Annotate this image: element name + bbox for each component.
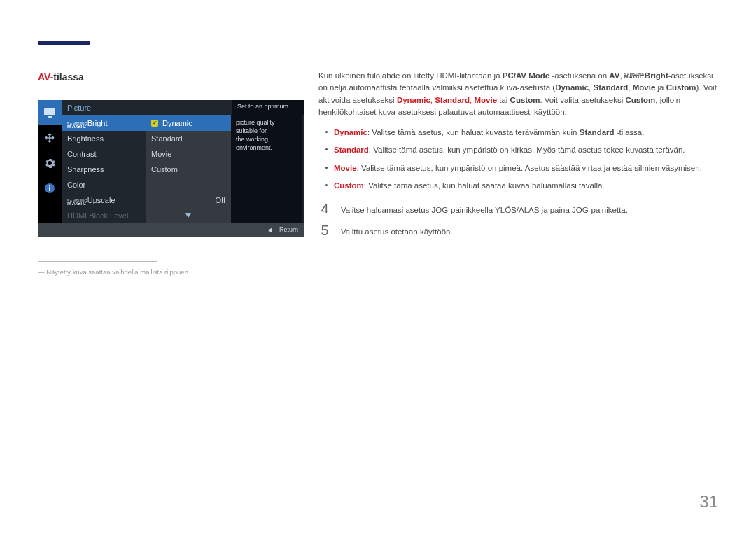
osd-header: Picture Set to an optimum [62,100,304,115]
svg-marker-4 [186,213,191,218]
monitor-icon [38,100,62,125]
bright-suffix: Bright [88,118,108,129]
osd-mockup: i Picture Set to an optimum SAMSUNGMAGIC… [38,100,304,237]
submenu-custom: Custom [146,162,231,177]
footnote-text: Näytetty kuva saattaa vaihdella mallista… [46,268,190,276]
osd-footer: Return [38,223,304,237]
desc-l3: suitable for [236,127,298,135]
osd-title: Picture [62,100,232,115]
footnote: ― Näytetty kuva saattaa vaihdella mallis… [38,267,304,277]
page-number: 31 [699,489,718,514]
step-4-text: Valitse haluamasi asetus JOG-painikkeell… [341,202,628,216]
submenu-blank2: Off [146,192,231,208]
submenu-blank3 [146,208,231,223]
right-column: Kun ulkoinen tulolähde on liitetty HDMI-… [318,70,718,246]
svg-marker-5 [268,227,272,233]
magic-tiny: MAGIC [67,125,87,129]
check-icon: ✓ [151,120,158,127]
bullet-movie: Movie: Valitse tämä asetus, kun ympärist… [318,160,718,177]
steps: 4 Valitse haluamasi asetus JOG-painikkee… [318,202,718,239]
osd-right-wrap: Picture Set to an optimum SAMSUNGMAGICBr… [62,100,304,223]
submenu-standard: Standard [146,131,231,146]
menu-magic-upscale: SAMSUNGMAGICUpscale [62,192,146,208]
footnote-rule [38,261,157,262]
submenu-movie: Movie [146,146,231,162]
osd-icon-column: i [38,100,62,223]
osd-submenu: ✓Dynamic Standard Movie Custom Off [146,115,231,223]
section-heading: AV-tilassa [38,70,304,85]
intro-paragraph: Kun ulkoinen tulolähde on liitetty HDMI-… [318,70,718,118]
menu-color: Color [62,177,146,192]
step-4: 4 Valitse haluamasi asetus JOG-painikkee… [318,202,718,216]
left-column: AV-tilassa i Picture Se [38,70,304,277]
desc-l5: environment. [236,143,298,152]
desc-l4: the working [236,135,298,143]
svg-text:i: i [49,185,51,192]
svg-rect-0 [44,108,55,115]
info-icon: i [38,176,62,201]
bullet-dynamic: Dynamic: Valitse tämä asetus, kun haluat… [318,124,718,141]
upscale-suffix: Upscale [88,195,115,206]
heading-red: AV [38,71,50,83]
menu-magic-bright: SAMSUNGMAGICBright [62,115,146,131]
osd-desc-top: Set to an optimum [232,100,304,115]
step-5-number: 5 [318,223,331,238]
menu-sharpness: Sharpness [62,162,146,177]
bullet-list: Dynamic: Valitse tämä asetus, kun haluat… [318,124,718,195]
bullet-standard: Standard: Valitse tämä asetus, kun ympär… [318,141,718,159]
step-5-text: Valittu asetus otetaan käyttöön. [341,223,453,238]
bullet-custom: Custom: Valitse tämä asetus, kun haluat … [318,177,718,195]
heading-rest: -tilassa [50,71,84,83]
svg-rect-1 [48,116,52,118]
top-rule [38,45,718,45]
chevron-left-icon [268,227,272,233]
return-label: Return [279,225,298,235]
osd-description: picture quality suitable for the working… [231,115,302,223]
desc-l2: picture quality [236,118,298,127]
step-5: 5 Valittu asetus otetaan käyttöön. [318,223,718,238]
upscale-value: Off [216,195,225,206]
menu-brightness: Brightness [62,131,146,146]
gear-icon [38,150,62,176]
chevron-down-icon [186,213,191,218]
arrows-icon [38,125,62,150]
osd-menu: SAMSUNGMAGICBright Brightness Contrast S… [62,115,146,223]
menu-contrast: Contrast [62,146,146,162]
submenu-dynamic: ✓Dynamic [146,115,231,131]
menu-hdmi-black-level: HDMI Black Level [62,208,146,223]
magic-tiny-2: MAGIC [67,202,87,206]
hdmi-label: HDMI Black Level [67,210,128,222]
submenu-blank1 [146,177,231,192]
dynamic-label: Dynamic [162,118,192,129]
step-4-number: 4 [318,202,331,216]
